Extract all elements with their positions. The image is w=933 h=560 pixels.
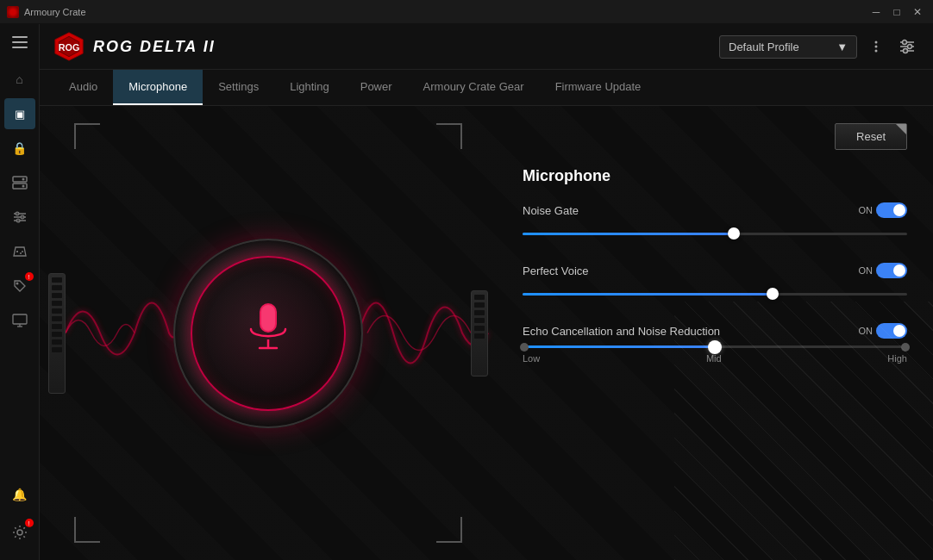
titlebar: Armoury Crate ─ □ ✕ — [0, 0, 933, 24]
sidebar-bottom: 🔔 ! — [4, 479, 35, 560]
noise-gate-toggle[interactable]: ON — [859, 202, 908, 218]
titlebar-controls: ─ □ ✕ — [867, 4, 926, 20]
sidebar-item-gamepad[interactable] — [4, 236, 35, 267]
echo-cancel-dot-left — [520, 343, 529, 352]
sidebar-item-settings-bottom[interactable]: ! — [4, 517, 35, 548]
mic-illustration — [147, 204, 389, 463]
tick-label-low: Low — [523, 353, 540, 364]
noise-gate-track — [523, 233, 907, 235]
logo-area: ROG ROG DELTA II — [53, 31, 216, 62]
tabs: Audio Microphone Settings Lighting Power… — [40, 70, 933, 106]
svg-text:ROG: ROG — [59, 42, 80, 53]
page-content: Reset Microphone Noise Gate ON — [40, 106, 933, 560]
svg-rect-32 — [261, 305, 275, 331]
svg-point-22 — [875, 41, 878, 44]
noise-gate-slider[interactable] — [523, 225, 907, 242]
noise-gate-fill — [523, 233, 734, 235]
main-container: ⌂ ▣ 🔒 — [0, 24, 933, 560]
svg-point-14 — [16, 283, 18, 285]
perfect-voice-toggle-switch[interactable] — [876, 263, 907, 278]
content-area: ROG ROG DELTA II Default Profile ▼ — [40, 24, 933, 560]
svg-rect-1 — [13, 184, 27, 189]
minimize-button[interactable]: ─ — [867, 4, 885, 20]
svg-point-13 — [20, 252, 22, 254]
svg-point-2 — [22, 178, 24, 181]
tab-microphone[interactable]: Microphone — [113, 70, 203, 105]
sliders-button[interactable] — [895, 34, 919, 59]
tab-lighting[interactable]: Lighting — [274, 70, 345, 105]
profile-label: Default Profile — [729, 40, 799, 53]
sidebar-item-monitor[interactable]: ▣ — [4, 98, 35, 129]
tab-firmware-update[interactable]: Firmware Update — [540, 70, 657, 105]
tab-audio[interactable]: Audio — [53, 70, 113, 105]
device-frame-left — [48, 273, 66, 394]
perfect-voice-thumb[interactable] — [767, 288, 779, 300]
header-right: Default Profile ▼ — [719, 34, 919, 59]
profile-dropdown[interactable]: Default Profile ▼ — [719, 35, 857, 59]
perfect-voice-slider[interactable] — [523, 285, 907, 302]
noise-gate-group: Noise Gate ON — [523, 202, 907, 242]
tab-power[interactable]: Power — [345, 70, 408, 105]
sliders-icon — [899, 39, 916, 54]
reset-btn-container: Reset — [523, 123, 907, 150]
corner-bracket-tl — [74, 123, 100, 149]
sidebar-item-home[interactable]: ⌂ — [4, 64, 35, 95]
visual-area — [40, 106, 497, 560]
device-frame-right — [471, 290, 488, 376]
app-title: Armoury Crate — [24, 7, 86, 17]
sidebar-item-notifications[interactable]: 🔔 — [4, 479, 35, 510]
reset-button[interactable]: Reset — [835, 123, 907, 150]
svg-point-24 — [875, 50, 878, 53]
svg-rect-0 — [13, 177, 27, 182]
hamburger-line-2 — [12, 41, 28, 43]
titlebar-left: Armoury Crate — [7, 6, 86, 18]
rog-logo: ROG — [53, 31, 85, 62]
svg-point-7 — [16, 212, 19, 215]
settings-badge: ! — [25, 519, 34, 527]
noise-gate-label: Noise Gate — [523, 204, 579, 217]
svg-point-30 — [904, 49, 908, 53]
svg-point-23 — [875, 46, 878, 48]
noise-gate-toggle-switch[interactable] — [876, 202, 907, 218]
maximize-button[interactable]: □ — [888, 4, 905, 20]
svg-rect-15 — [13, 314, 27, 324]
sidebar-item-storage[interactable] — [4, 167, 35, 198]
perfect-voice-group: Perfect Voice ON — [523, 263, 907, 302]
svg-point-29 — [908, 45, 912, 49]
microphone-section-title: Microphone — [523, 167, 907, 185]
tab-armoury-crate-gear[interactable]: Armoury Crate Gear — [408, 70, 540, 105]
perfect-voice-fill — [523, 293, 773, 296]
sidebar: ⌂ ▣ 🔒 — [0, 24, 40, 560]
header: ROG ROG DELTA II Default Profile ▼ — [40, 24, 933, 70]
noise-gate-thumb[interactable] — [728, 227, 740, 240]
corner-bracket-tr — [436, 123, 462, 149]
close-button[interactable]: ✕ — [909, 4, 926, 20]
tab-settings[interactable]: Settings — [203, 70, 274, 105]
dots-icon — [868, 39, 884, 54]
sidebar-hamburger[interactable] — [4, 29, 35, 55]
svg-point-28 — [903, 40, 907, 45]
perfect-voice-label: Perfect Voice — [523, 264, 589, 277]
logo-text: ROG DELTA II — [93, 38, 216, 56]
sidebar-item-display[interactable] — [4, 305, 35, 336]
microphone-icon — [238, 296, 298, 370]
sidebar-item-lock[interactable]: 🔒 — [4, 133, 35, 164]
svg-point-12 — [22, 251, 23, 252]
perfect-voice-track — [523, 293, 907, 296]
bg-pattern — [674, 302, 933, 560]
hamburger-line-1 — [12, 36, 28, 38]
svg-point-3 — [22, 185, 24, 188]
sidebar-item-tools[interactable] — [4, 202, 35, 233]
noise-gate-header: Noise Gate ON — [523, 202, 907, 218]
more-options-button[interactable] — [864, 34, 888, 59]
controls-area: Reset Microphone Noise Gate ON — [497, 106, 933, 560]
tag-badge: ! — [25, 272, 34, 281]
svg-point-9 — [16, 219, 20, 222]
sidebar-item-tag[interactable]: ! — [4, 271, 35, 302]
perfect-voice-header: Perfect Voice ON — [523, 263, 907, 278]
perfect-voice-toggle[interactable]: ON — [859, 263, 908, 278]
rog-emblem-icon: ROG — [53, 31, 85, 62]
chevron-down-icon: ▼ — [836, 40, 848, 53]
app-icon — [7, 6, 19, 18]
noise-gate-toggle-label: ON — [859, 205, 874, 215]
